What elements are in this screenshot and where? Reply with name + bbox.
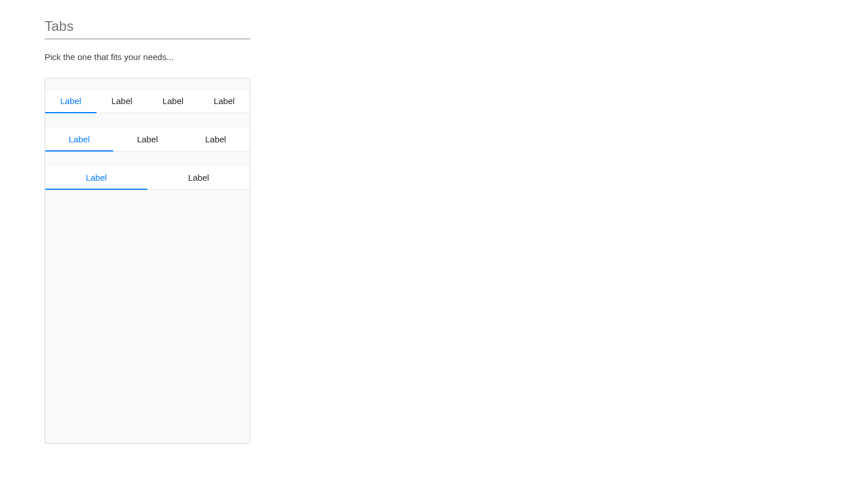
spacer <box>45 152 250 166</box>
phone-frame: Label Label Label Label Label Label Labe… <box>45 78 250 444</box>
spacer <box>45 113 250 128</box>
tab[interactable]: Label <box>45 90 97 113</box>
title-rule <box>45 38 250 39</box>
tab[interactable]: Label <box>45 128 113 151</box>
tab-bar-3: Label Label Label <box>45 128 250 152</box>
tab-bar-2: Label Label <box>45 166 250 190</box>
section-title: Tabs <box>45 18 868 35</box>
tab[interactable]: Label <box>45 166 147 189</box>
tab[interactable]: Label <box>97 90 148 113</box>
tab[interactable]: Label <box>199 90 250 113</box>
tab[interactable]: Label <box>147 90 199 113</box>
tab-bar-4: Label Label Label Label <box>45 90 250 113</box>
section-intro: Pick the one that fits your needs... <box>45 52 868 62</box>
tab[interactable]: Label <box>113 128 181 151</box>
status-bar <box>45 78 250 90</box>
tab[interactable]: Label <box>147 166 250 189</box>
tab[interactable]: Label <box>182 128 250 151</box>
